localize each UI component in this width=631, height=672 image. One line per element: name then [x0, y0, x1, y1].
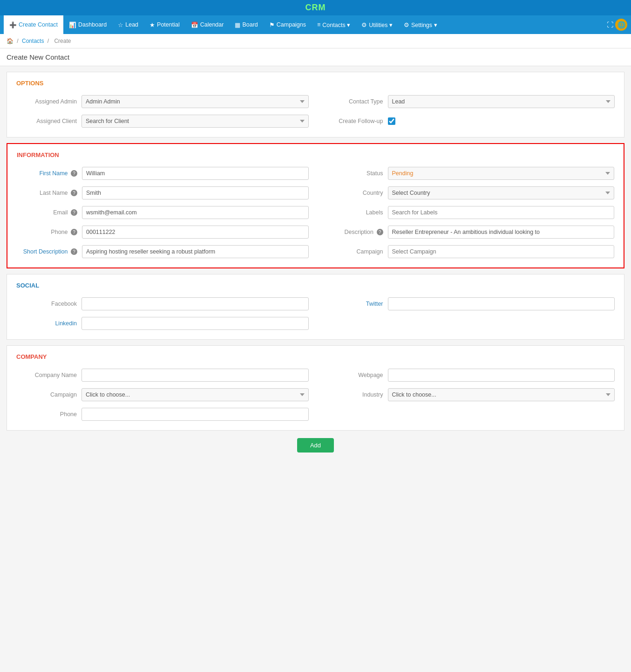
phone-label: Phone ?	[17, 229, 77, 236]
description-label: Description ?	[323, 229, 383, 236]
breadcrumb-home[interactable]: 🏠	[7, 38, 14, 44]
last-name-input[interactable]	[82, 186, 309, 199]
short-desc-help-icon[interactable]: ?	[71, 248, 77, 255]
industry-label: Industry	[323, 391, 383, 398]
last-name-help-icon[interactable]: ?	[71, 190, 77, 196]
twitter-label: Twitter	[323, 301, 383, 307]
nav-contacts[interactable]: ≡ Contacts ▾	[312, 15, 356, 34]
company-phone-input[interactable]	[81, 408, 309, 421]
nav-create-contact[interactable]: ➕ Create Contact	[4, 15, 63, 34]
company-name-label: Company Name	[16, 372, 77, 378]
email-input[interactable]	[82, 206, 309, 219]
description-input[interactable]	[388, 226, 615, 239]
webpage-label: Webpage	[323, 372, 383, 378]
nav-board[interactable]: ▦ Board	[229, 15, 263, 34]
phone-help-icon[interactable]: ?	[71, 229, 77, 235]
first-name-input[interactable]	[82, 167, 309, 180]
description-row: Description ?	[323, 226, 615, 239]
company-campaign-row: Campaign Click to choose...	[16, 388, 309, 401]
status-select[interactable]: Pending	[388, 167, 615, 180]
lead-icon: ☆	[118, 21, 123, 28]
company-phone-label: Phone	[16, 411, 77, 418]
contact-type-row: Contact Type Lead	[323, 95, 615, 108]
nav-bar: ➕ Create Contact 📊 Dashboard ☆ Lead ★ Po…	[0, 15, 631, 34]
short-desc-row: Short Description ?	[17, 245, 309, 258]
webpage-row: Webpage	[323, 369, 615, 382]
facebook-label: Facebook	[16, 301, 77, 307]
app-title: CRM	[305, 3, 326, 12]
first-name-help-icon[interactable]: ?	[71, 170, 77, 177]
assigned-client-row: Assigned Client Search for Client	[16, 115, 309, 128]
company-campaign-select[interactable]: Click to choose...	[81, 388, 309, 401]
page-title-bar: Create New Contact	[0, 48, 631, 66]
email-row: Email ?	[17, 206, 309, 219]
dashboard-icon: 📊	[69, 21, 76, 28]
labels-label: Labels	[323, 209, 383, 216]
expand-icon[interactable]: ⛶	[607, 21, 613, 28]
company-campaign-label: Campaign	[16, 391, 77, 398]
company-panel: COMPANY Company Name Webpage Campaign Cl…	[7, 345, 624, 431]
nav-utilities[interactable]: ⚙ Utilities ▾	[356, 15, 398, 34]
short-desc-input[interactable]	[82, 245, 309, 258]
country-label: Country	[323, 190, 383, 196]
breadcrumb-create: Create	[54, 38, 71, 44]
calendar-icon: 📅	[191, 21, 198, 28]
options-panel: OPTIONS Assigned Admin Admin Admin Conta…	[7, 72, 624, 137]
email-help-icon[interactable]: ?	[71, 209, 77, 216]
contact-type-select[interactable]: Lead	[388, 95, 615, 108]
nav-lead[interactable]: ☆ Lead	[112, 15, 144, 34]
breadcrumb: 🏠 / Contacts / Create	[0, 34, 631, 48]
phone-input[interactable]	[82, 226, 309, 239]
country-select[interactable]: Select Country	[388, 186, 615, 199]
last-name-label: Last Name ?	[17, 190, 77, 197]
assigned-admin-row: Assigned Admin Admin Admin	[16, 95, 309, 108]
last-name-row: Last Name ?	[17, 186, 309, 199]
email-label: Email ?	[17, 209, 77, 216]
breadcrumb-contacts[interactable]: Contacts	[22, 38, 44, 44]
linkedin-input[interactable]	[81, 317, 309, 330]
assigned-client-label: Assigned Client	[16, 118, 77, 124]
info-campaign-row: Campaign	[323, 245, 615, 258]
description-help-icon[interactable]: ?	[377, 229, 383, 235]
info-campaign-input[interactable]	[388, 245, 615, 258]
nav-potential[interactable]: ★ Potential	[144, 15, 185, 34]
contacts-icon: ≡	[317, 21, 320, 28]
information-panel: INFORMATION First Name ? Status Pending …	[7, 143, 624, 268]
short-desc-label: Short Description ?	[17, 248, 77, 255]
country-row: Country Select Country	[323, 186, 615, 199]
company-name-row: Company Name	[16, 369, 309, 382]
webpage-input[interactable]	[388, 369, 615, 382]
globe-icon[interactable]: 🌐	[615, 19, 627, 31]
industry-row: Industry Click to choose...	[323, 388, 615, 401]
social-title: SOCIAL	[16, 282, 615, 289]
nav-settings[interactable]: ⚙ Settings ▾	[398, 15, 443, 34]
labels-input[interactable]	[388, 206, 615, 219]
add-button[interactable]: Add	[297, 438, 334, 453]
nav-dashboard[interactable]: 📊 Dashboard	[63, 15, 112, 34]
potential-icon: ★	[149, 21, 155, 28]
create-followup-row: Create Follow-up	[323, 115, 615, 128]
company-phone-row: Phone	[16, 408, 309, 421]
settings-icon: ⚙	[404, 21, 409, 28]
twitter-input[interactable]	[388, 297, 615, 310]
status-label: Status	[323, 170, 383, 177]
top-bar: CRM	[0, 0, 631, 15]
campaigns-icon: ⚑	[269, 21, 275, 28]
company-name-input[interactable]	[81, 369, 309, 382]
first-name-row: First Name ?	[17, 167, 309, 180]
social-panel: SOCIAL Facebook Twitter Linkedin	[7, 274, 624, 340]
assigned-client-select[interactable]: Search for Client	[81, 115, 309, 128]
assigned-admin-select[interactable]: Admin Admin	[81, 95, 309, 108]
create-followup-checkbox[interactable]	[388, 117, 395, 125]
facebook-input[interactable]	[81, 297, 309, 310]
industry-select[interactable]: Click to choose...	[388, 388, 615, 401]
assigned-admin-label: Assigned Admin	[16, 98, 77, 105]
nav-calendar[interactable]: 📅 Calendar	[185, 15, 230, 34]
info-campaign-label: Campaign	[323, 248, 383, 255]
status-row: Status Pending	[323, 167, 615, 180]
company-title: COMPANY	[16, 353, 615, 360]
linkedin-label: Linkedin	[16, 320, 77, 327]
labels-row: Labels	[323, 206, 615, 219]
nav-campaigns[interactable]: ⚑ Campaigns	[264, 15, 312, 34]
facebook-row: Facebook	[16, 297, 309, 310]
